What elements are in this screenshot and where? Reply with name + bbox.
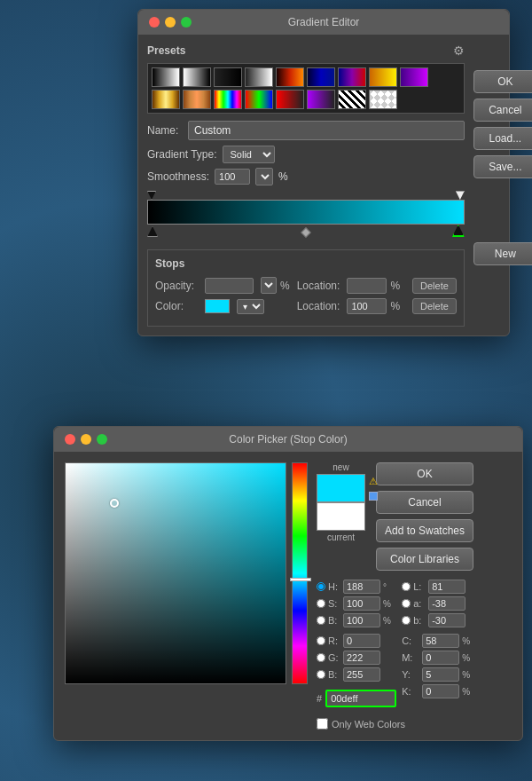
preset-swatch-orange[interactable] bbox=[369, 67, 397, 87]
minimize-button[interactable] bbox=[165, 17, 176, 28]
l-field-row: L: bbox=[402, 580, 470, 594]
s-field-row: S: % bbox=[317, 596, 396, 611]
s-input[interactable] bbox=[343, 596, 380, 611]
color-field[interactable] bbox=[65, 462, 286, 684]
b-field-row: B: % bbox=[317, 613, 396, 627]
load-button[interactable]: Load... bbox=[473, 127, 532, 150]
preset-swatch-blue-red[interactable] bbox=[338, 67, 366, 87]
cp-maximize-button[interactable] bbox=[97, 434, 107, 445]
stop-top-left[interactable] bbox=[147, 191, 156, 200]
opacity-unit: % bbox=[280, 280, 290, 292]
k-input[interactable] bbox=[422, 684, 459, 698]
add-to-swatches-button[interactable]: Add to Swatches bbox=[376, 519, 473, 542]
stop-top-right[interactable] bbox=[456, 191, 465, 200]
r-radio[interactable] bbox=[317, 636, 325, 645]
preset-swatch-rainbow2[interactable] bbox=[245, 90, 273, 109]
gradient-bar[interactable] bbox=[147, 200, 465, 225]
g-field-row: G: bbox=[317, 651, 396, 665]
preset-swatch-trans-black[interactable] bbox=[214, 67, 242, 87]
cp-minimize-button[interactable] bbox=[81, 434, 91, 445]
opacity-input[interactable] bbox=[205, 278, 254, 294]
ok-button[interactable]: OK bbox=[473, 70, 532, 93]
cp-controls-right: new ⚠ current OK Cancel Add to Swatches … bbox=[317, 462, 473, 730]
cp-cancel-button[interactable]: Cancel bbox=[376, 491, 473, 514]
delete-opacity-btn[interactable]: Delete bbox=[412, 278, 457, 294]
preset-swatch-bw[interactable] bbox=[152, 67, 180, 87]
b3-radio[interactable] bbox=[402, 616, 411, 625]
smoothness-input[interactable] bbox=[215, 169, 250, 185]
preset-swatch-stripes[interactable] bbox=[338, 90, 366, 109]
stop-bottom-left[interactable] bbox=[147, 226, 158, 237]
y-input[interactable] bbox=[422, 667, 459, 682]
maximize-button[interactable] bbox=[181, 17, 192, 28]
l-input[interactable] bbox=[428, 580, 466, 594]
b2-input[interactable] bbox=[343, 667, 380, 682]
gradient-type-select[interactable]: Solid Noise bbox=[223, 146, 275, 163]
hue-slider[interactable] bbox=[292, 462, 308, 684]
preset-swatch-wb[interactable] bbox=[183, 67, 211, 87]
h-radio[interactable] bbox=[317, 582, 325, 591]
preset-swatch-gold[interactable] bbox=[152, 90, 180, 109]
only-web-colors-checkbox[interactable] bbox=[317, 718, 328, 730]
hsb-rgb-fields: H: ° S: % B: % bbox=[317, 580, 396, 707]
b-unit: % bbox=[383, 616, 391, 626]
a-input[interactable] bbox=[428, 596, 466, 611]
c-label: C: bbox=[402, 635, 419, 646]
preset-swatch-dark-blue[interactable] bbox=[307, 67, 335, 87]
k-label: K: bbox=[402, 686, 419, 697]
save-button[interactable]: Save... bbox=[473, 155, 532, 178]
b-input[interactable] bbox=[343, 613, 380, 627]
hue-slider-thumb[interactable] bbox=[290, 578, 311, 581]
preset-swatch-violet-trans[interactable] bbox=[307, 90, 335, 109]
close-button[interactable] bbox=[149, 17, 160, 28]
c-field-row: C: % bbox=[402, 634, 470, 648]
preset-swatch-copper[interactable] bbox=[183, 90, 211, 109]
cp-ok-button[interactable]: OK bbox=[376, 462, 473, 485]
opacity-location-input[interactable] bbox=[347, 278, 387, 294]
b-label: B: bbox=[328, 615, 340, 626]
b2-radio[interactable] bbox=[317, 670, 325, 679]
preset-swatch-red-trans[interactable] bbox=[276, 90, 304, 109]
hex-row: # bbox=[317, 690, 396, 707]
cancel-button[interactable]: Cancel bbox=[473, 99, 532, 122]
new-button[interactable]: New bbox=[473, 242, 532, 265]
s-radio[interactable] bbox=[317, 599, 325, 608]
color-row: Color: ▾ Location: % Delete bbox=[155, 298, 457, 314]
g-input[interactable] bbox=[343, 651, 380, 665]
presets-grid bbox=[147, 63, 465, 114]
color-swatch[interactable] bbox=[205, 299, 230, 313]
m-input[interactable] bbox=[422, 651, 459, 665]
opacity-dropdown[interactable]: ▾ bbox=[261, 277, 277, 294]
delete-color-btn[interactable]: Delete bbox=[412, 298, 457, 314]
preset-swatch-trans-white[interactable] bbox=[245, 67, 273, 87]
color-libraries-button[interactable]: Color Libraries bbox=[376, 548, 473, 571]
a-radio[interactable] bbox=[402, 599, 411, 608]
h-input[interactable] bbox=[343, 580, 380, 594]
preset-swatch-rainbow[interactable] bbox=[214, 90, 242, 109]
b2-label: B: bbox=[328, 669, 340, 680]
new-color-swatch bbox=[317, 474, 365, 502]
color-location-input[interactable] bbox=[347, 298, 387, 314]
preset-swatch-dark-red[interactable] bbox=[276, 67, 304, 87]
preset-swatch-purple[interactable] bbox=[400, 67, 428, 87]
cp-close-button[interactable] bbox=[65, 434, 75, 445]
b-radio[interactable] bbox=[317, 616, 325, 625]
location-unit-2: % bbox=[390, 300, 400, 312]
g-radio[interactable] bbox=[317, 653, 325, 662]
color-label: Color: bbox=[155, 300, 198, 312]
stop-midpoint-diamond[interactable] bbox=[301, 227, 310, 237]
hex-input[interactable] bbox=[325, 690, 396, 707]
l-label: L: bbox=[413, 581, 426, 592]
preset-swatch-checker[interactable] bbox=[369, 90, 397, 109]
c-input[interactable] bbox=[422, 634, 459, 648]
smoothness-dropdown[interactable]: ▾ bbox=[255, 168, 273, 185]
b3-input[interactable] bbox=[428, 613, 466, 627]
color-field-cursor bbox=[110, 499, 119, 508]
name-input[interactable]: Custom bbox=[188, 121, 465, 140]
stop-bottom-right-selected[interactable] bbox=[452, 225, 465, 237]
r-input[interactable] bbox=[343, 634, 380, 648]
gear-icon[interactable]: ⚙ bbox=[453, 43, 465, 58]
l-radio[interactable] bbox=[402, 582, 411, 591]
y-label: Y: bbox=[402, 669, 419, 680]
color-dropdown[interactable]: ▾ bbox=[237, 299, 264, 314]
